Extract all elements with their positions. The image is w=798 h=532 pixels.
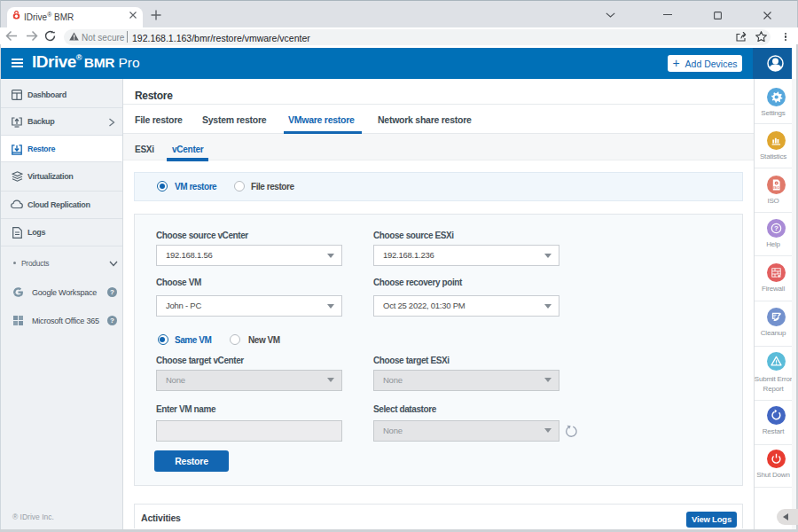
svg-text:ISO: ISO	[773, 184, 780, 189]
svg-text:?: ?	[774, 224, 778, 232]
